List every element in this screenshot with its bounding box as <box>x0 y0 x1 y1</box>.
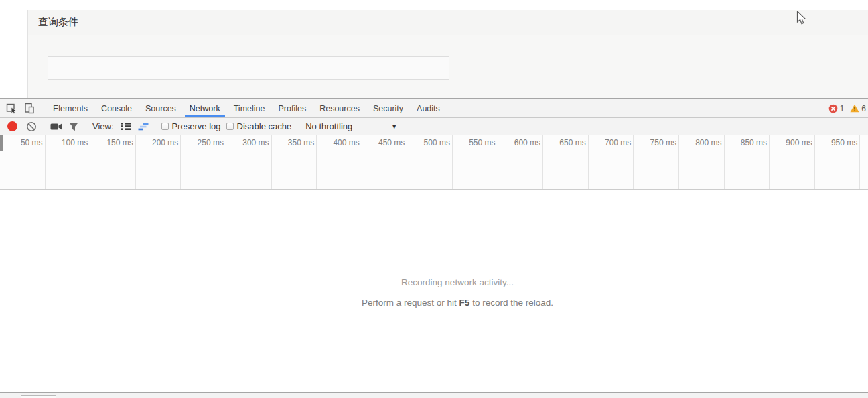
tab-sources[interactable]: Sources <box>141 99 181 117</box>
tab-console[interactable]: Console <box>96 99 137 117</box>
screenshot-capture-button[interactable] <box>48 119 65 134</box>
query-panel: 查询条件 <box>27 10 868 98</box>
query-panel-body <box>28 35 868 98</box>
ruler-tick: 700 ms <box>589 135 634 189</box>
ruler-tick: 150 ms <box>90 135 136 189</box>
view-label: View: <box>92 121 114 131</box>
preserve-log-label: Preserve log <box>172 121 221 131</box>
screen: 查询条件 <box>0 0 868 398</box>
ruler-tick: 50 ms <box>0 135 46 189</box>
clear-button[interactable] <box>23 119 40 134</box>
status-strip <box>0 392 868 398</box>
query-panel-title: 查询条件 <box>38 16 78 29</box>
ruler-tick: 850 ms <box>725 135 770 189</box>
network-toolbar: View: Preserve log <box>0 118 868 135</box>
tabbar-separator <box>42 103 42 113</box>
disable-cache-checkbox[interactable] <box>226 123 234 130</box>
query-input[interactable] <box>48 56 449 80</box>
status-partial-box <box>21 395 56 398</box>
warning-count: 6 <box>861 104 866 113</box>
tab-network[interactable]: Network <box>185 99 225 117</box>
f5-key-label: F5 <box>459 297 470 308</box>
device-toolbar-button[interactable] <box>20 99 38 117</box>
recording-message: Recording network activity... <box>47 277 868 287</box>
tab-resources[interactable]: Resources <box>315 99 364 117</box>
preserve-log-checkbox[interactable] <box>161 123 169 130</box>
ruler-tick: 550 ms <box>453 135 498 189</box>
tab-profiles[interactable]: Profiles <box>273 99 311 117</box>
waterfall-icon <box>138 123 150 131</box>
chevron-down-icon: ▼ <box>391 123 397 130</box>
ruler-tick: 500 ms <box>407 135 453 189</box>
list-view-icon <box>121 122 132 131</box>
ruler-tick: 300 ms <box>226 135 272 189</box>
film-camera-icon <box>50 123 62 131</box>
tab-security[interactable]: Security <box>368 99 408 117</box>
ruler-tick: 400 ms <box>317 135 362 189</box>
preserve-log-control: Preserve log <box>161 121 221 131</box>
ruler-tick: 600 ms <box>498 135 544 189</box>
query-panel-header: 查询条件 <box>28 10 868 35</box>
reload-hint-message: Perform a request or hit F5 to record th… <box>47 297 868 308</box>
web-page-area: 查询条件 <box>0 0 868 99</box>
throttling-select[interactable]: No throttling ▼ <box>305 121 397 131</box>
inspect-element-button[interactable] <box>3 99 20 117</box>
device-toolbar-icon <box>23 103 35 114</box>
timeline-ruler: 50 ms100 ms150 ms200 ms250 ms300 ms350 m… <box>0 135 868 190</box>
ruler-scroll-nub <box>0 135 3 151</box>
ruler-tick: 350 ms <box>272 135 317 189</box>
tab-timeline[interactable]: Timeline <box>229 99 270 117</box>
tab-elements[interactable]: Elements <box>48 99 92 117</box>
ruler-tick: 900 ms <box>770 135 815 189</box>
clear-icon <box>26 121 37 132</box>
waterfall-overview-toggle[interactable] <box>135 119 153 134</box>
warning-icon <box>850 104 859 113</box>
devtools-panel: Elements Console Sources Network Timelin… <box>0 99 868 398</box>
ruler-filler <box>860 135 868 189</box>
network-log-area: Recording network activity... Perform a … <box>0 190 868 392</box>
ruler-tick: 650 ms <box>543 135 589 189</box>
record-button[interactable] <box>5 119 23 134</box>
throttling-value: No throttling <box>305 121 352 131</box>
error-icon <box>828 104 838 113</box>
disable-cache-label: Disable cache <box>237 121 292 131</box>
ruler-tick: 250 ms <box>181 135 226 189</box>
ruler-tick: 750 ms <box>634 135 679 189</box>
mouse-cursor-icon <box>796 11 806 25</box>
list-view-toggle[interactable] <box>118 119 135 134</box>
devtools-tabbar: Elements Console Sources Network Timelin… <box>0 99 868 118</box>
tab-audits[interactable]: Audits <box>412 99 445 117</box>
inspect-cursor-icon <box>6 103 17 114</box>
filter-funnel-icon <box>68 122 79 131</box>
ruler-tick: 950 ms <box>815 135 861 189</box>
error-count: 1 <box>840 104 845 113</box>
ruler-tick: 800 ms <box>679 135 725 189</box>
disable-cache-control: Disable cache <box>226 121 292 131</box>
ruler-tick: 200 ms <box>136 135 182 189</box>
filter-button[interactable] <box>65 119 82 134</box>
record-icon <box>7 121 17 131</box>
ruler-tick: 450 ms <box>362 135 408 189</box>
ruler-tick: 100 ms <box>46 135 91 189</box>
console-badges[interactable]: 1 6 <box>828 99 868 117</box>
